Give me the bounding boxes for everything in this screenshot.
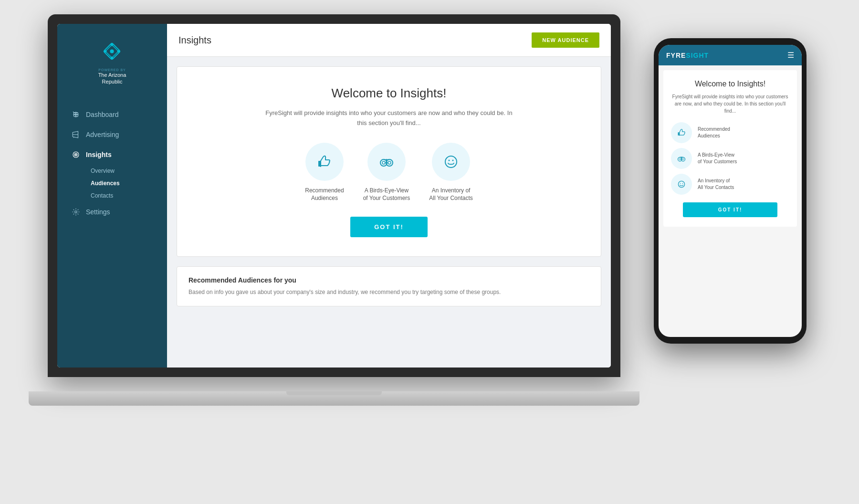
- settings-label: Settings: [86, 208, 110, 216]
- page-title: Insights: [178, 35, 211, 46]
- welcome-title: Welcome to Insights!: [191, 86, 587, 101]
- recommended-section-title: Recommended Audiences for you: [189, 276, 589, 284]
- svg-point-3: [111, 44, 113, 46]
- phone-feature-contacts: An Inventory ofAll Your Contacts: [671, 174, 789, 195]
- sub-nav-contacts[interactable]: Contacts: [86, 189, 167, 202]
- svg-point-32: [680, 183, 681, 184]
- smiley-icon: [442, 153, 460, 170]
- phone: FYRESIGHT ☰ Welcome to Insights! FyreSig…: [654, 38, 807, 344]
- svg-point-33: [682, 183, 683, 184]
- feature-customers: A Birds-Eye-Viewof Your Customers: [363, 143, 410, 203]
- phone-brand-sight: SIGHT: [686, 52, 709, 59]
- laptop-body: POWERED BY The Arizona Republic: [48, 14, 620, 377]
- phone-screen: FYRESIGHT ☰ Welcome to Insights! FyreSig…: [659, 45, 802, 337]
- customers-feature-label: A Birds-Eye-Viewof Your Customers: [363, 187, 410, 203]
- phone-customers-label: A Birds-Eye-Viewof Your Customers: [698, 152, 737, 165]
- nav-items: Dashboard Advertising: [57, 105, 167, 222]
- phone-audiences-label: RecommendedAudiences: [698, 126, 730, 139]
- phone-brand-fyre: FYRE: [666, 52, 686, 59]
- sidebar-item-dashboard[interactable]: Dashboard: [57, 105, 167, 125]
- audiences-feature-label: RecommendedAudiences: [305, 187, 344, 203]
- insights-icon: [72, 150, 80, 159]
- logo-icon: [99, 38, 125, 64]
- advertising-label: Advertising: [86, 131, 119, 138]
- sub-nav: Overview Audiences Contacts: [57, 165, 167, 202]
- svg-point-29: [679, 158, 681, 160]
- phone-smiley-icon: [677, 179, 686, 189]
- phone-binoculars-icon: [677, 154, 686, 163]
- svg-point-21: [382, 161, 385, 164]
- svg-point-30: [682, 158, 684, 160]
- advertising-icon: [72, 130, 80, 139]
- svg-point-31: [678, 181, 684, 187]
- svg-point-24: [449, 159, 450, 161]
- svg-point-9: [74, 115, 76, 117]
- dashboard-label: Dashboard: [86, 111, 119, 118]
- phone-welcome-card: Welcome to Insights! FyreSight will prov…: [663, 70, 797, 227]
- recommended-section: Recommended Audiences for you Based on i…: [177, 266, 601, 306]
- new-audience-button[interactable]: NEW AUDIENCE: [532, 32, 599, 48]
- logo-container: POWERED BY The Arizona Republic: [98, 38, 126, 85]
- contacts-feature-label: An Inventory ofAll Your Contacts: [429, 187, 472, 203]
- thumbs-up-icon: [316, 153, 333, 170]
- feature-audiences: RecommendedAudiences: [305, 143, 344, 203]
- svg-point-6: [117, 50, 120, 52]
- phone-feature-customers: A Birds-Eye-Viewof Your Customers: [671, 148, 789, 169]
- phone-welcome-desc: FyreSight will provide insights into who…: [671, 93, 789, 115]
- got-it-button[interactable]: GOT IT!: [350, 217, 428, 237]
- phone-contacts-label: An Inventory ofAll Your Contacts: [698, 178, 734, 191]
- phone-customers-circle: [671, 148, 692, 169]
- svg-point-17: [75, 210, 77, 213]
- content-area: Welcome to Insights! FyreSight will prov…: [167, 57, 611, 368]
- phone-feature-audiences: RecommendedAudiences: [671, 122, 789, 143]
- insights-label: Insights: [86, 151, 112, 158]
- scene: POWERED BY The Arizona Republic: [0, 0, 859, 504]
- svg-point-10: [76, 115, 78, 117]
- sub-nav-audiences[interactable]: Audiences: [86, 177, 167, 189]
- svg-point-16: [75, 154, 76, 155]
- powered-by-label: POWERED BY: [98, 68, 126, 72]
- recommended-section-desc: Based on info you gave us about your com…: [189, 288, 589, 296]
- sidebar: POWERED BY The Arizona Republic: [57, 24, 167, 368]
- contacts-icon-circle: [432, 143, 470, 181]
- phone-contacts-circle: [671, 174, 692, 195]
- laptop-screen: POWERED BY The Arizona Republic: [57, 24, 611, 368]
- main-content: Insights NEW AUDIENCE Welcome to Insight…: [167, 24, 611, 368]
- svg-point-4: [111, 57, 113, 59]
- phone-welcome-title: Welcome to Insights!: [671, 80, 789, 88]
- customers-icon-circle: [367, 143, 406, 181]
- welcome-description: FyreSight will provide insights into who…: [265, 108, 513, 128]
- header-bar: Insights NEW AUDIENCE: [167, 24, 611, 57]
- features-row: RecommendedAudiences: [191, 143, 587, 203]
- settings-icon: [72, 208, 80, 216]
- svg-point-2: [110, 50, 114, 53]
- svg-point-23: [445, 156, 457, 168]
- welcome-card: Welcome to Insights! FyreSight will prov…: [177, 66, 601, 257]
- phone-brand: FYRESIGHT: [666, 52, 709, 59]
- feature-contacts: An Inventory ofAll Your Contacts: [429, 143, 472, 203]
- sub-nav-overview[interactable]: Overview: [86, 165, 167, 177]
- phone-audiences-circle: [671, 122, 692, 143]
- laptop: POWERED BY The Arizona Republic: [48, 14, 620, 406]
- laptop-base: [29, 391, 639, 406]
- hamburger-icon[interactable]: ☰: [787, 51, 794, 60]
- phone-features: RecommendedAudiences: [671, 122, 789, 195]
- svg-point-22: [388, 161, 391, 164]
- phone-content: Welcome to Insights! FyreSight will prov…: [659, 65, 802, 337]
- svg-point-25: [452, 159, 454, 161]
- dashboard-icon: [72, 110, 80, 119]
- svg-rect-18: [318, 161, 321, 167]
- phone-thumbs-up-icon: [677, 128, 686, 137]
- binoculars-icon: [378, 153, 395, 170]
- sidebar-item-settings[interactable]: Settings: [57, 202, 167, 222]
- phone-got-it-button[interactable]: GOT IT!: [683, 202, 777, 217]
- svg-rect-26: [678, 132, 680, 136]
- phone-header: FYRESIGHT ☰: [659, 45, 802, 65]
- sidebar-item-advertising[interactable]: Advertising: [57, 125, 167, 145]
- svg-point-5: [105, 50, 107, 52]
- audiences-icon-circle: [305, 143, 344, 181]
- brand-name: The Arizona Republic: [98, 72, 126, 85]
- sidebar-item-insights[interactable]: Insights: [57, 145, 167, 165]
